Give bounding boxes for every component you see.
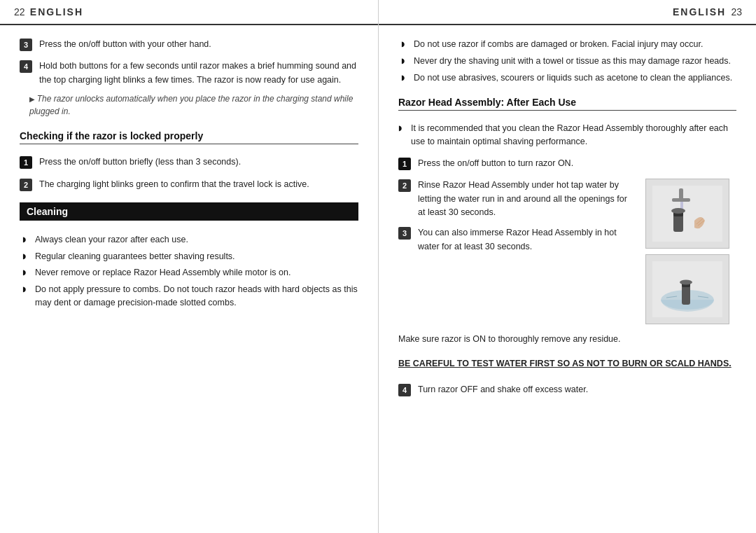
right-content-cols: 2 Rinse Razor Head Assembly under hot ta…	[398, 179, 736, 324]
rh-step-4-num: 4	[398, 384, 411, 396]
right-page-lang: ENGLISH	[673, 6, 726, 18]
top-bullet-1-text: Do not use razor if combs are damaged or…	[414, 38, 703, 51]
rh-step-3-num: 3	[398, 227, 411, 240]
step-4-num: 4	[20, 60, 32, 73]
cleaning-header: Cleaning	[20, 202, 358, 221]
left-page: 22 ENGLISH 3 Press the on/off button wit…	[0, 0, 378, 533]
right-page-content: ◗ Do not use razor if combs are damaged …	[379, 25, 756, 533]
rinse-image	[645, 179, 729, 249]
svg-rect-0	[652, 186, 722, 242]
rh-step-1-num: 1	[398, 158, 411, 170]
rh-intro-bullet-text: It is recommended that you clean the Raz…	[411, 122, 736, 148]
svg-point-14	[680, 280, 692, 285]
top-bullet-2-text: Never dry the shaving unit with a towel …	[414, 55, 731, 68]
page-container: 22 ENGLISH 3 Press the on/off button wit…	[0, 0, 756, 533]
step-4: 4 Hold both buttons for a few seconds un…	[20, 60, 358, 87]
svg-rect-2	[672, 198, 690, 202]
rh-step-1: 1 Press the on/off button to turn razor …	[398, 157, 736, 170]
immerse-svg	[652, 261, 722, 317]
check-step-2-num: 2	[20, 179, 32, 191]
top-bullet-1: ◗ Do not use razor if combs are damaged …	[401, 38, 736, 51]
top-bullet-3: ◗ Do not use abrasives, scourers or liqu…	[401, 71, 736, 85]
immerse-image	[645, 254, 729, 324]
left-header: 22 ENGLISH	[0, 0, 378, 25]
rh-intro-bullet-icon: ◗	[398, 124, 405, 132]
rh-step-2-text: Rinse Razor Head Assembly under hot tap …	[418, 179, 636, 219]
right-img-col	[645, 179, 736, 324]
top-bullet-2-icon: ◗	[401, 57, 408, 64]
cleaning-bullet-list: ◗ Always clean your razor after each use…	[20, 233, 358, 310]
cleaning-bullet-1-text: Always clean your razor after each use.	[35, 233, 188, 247]
rinse-svg	[652, 186, 722, 242]
section-razor-head-title: Razor Head Assembly: After Each Use	[398, 97, 736, 111]
left-page-content: 3 Press the on/off button with your othe…	[0, 25, 378, 533]
rh-step-1-text: Press the on/off button to turn razor ON…	[418, 157, 573, 170]
cleaning-bullet-3: ◗ Never remove or replace Razor Head Ass…	[22, 266, 358, 279]
cleaning-bullet-2: ◗ Regular cleaning guarantees better sha…	[22, 250, 358, 263]
rh-step-2: 2 Rinse Razor Head Assembly under hot ta…	[398, 179, 636, 219]
bullet-1-icon: ◗	[22, 235, 29, 243]
check-step-1-text: Press the on/off button briefly (less th…	[39, 155, 241, 169]
check-step-2-text: The charging light blinks green to confi…	[39, 178, 309, 191]
right-text-col: 2 Rinse Razor Head Assembly under hot ta…	[398, 179, 636, 324]
rh-step-3-text: You can also immerse Razor Head Assembly…	[418, 226, 636, 254]
italic-note: The razor unlocks automatically when you…	[20, 92, 358, 118]
left-page-lang: ENGLISH	[30, 6, 83, 18]
warning-text: BE CAREFUL TO TEST WATER FIRST SO AS NOT…	[398, 357, 736, 371]
rh-intro-bullet: ◗ It is recommended that you clean the R…	[398, 122, 736, 148]
rh-step-3: 3 You can also immerse Razor Head Assemb…	[398, 226, 636, 254]
cleaning-bullet-3-text: Never remove or replace Razor Head Assem…	[35, 266, 290, 279]
bullet-2-icon: ◗	[22, 252, 29, 260]
bullet-4-icon: ◗	[22, 285, 29, 293]
check-step-1: 1 Press the on/off button briefly (less …	[20, 155, 358, 169]
step-4-text: Hold both buttons for a few seconds unti…	[39, 60, 358, 87]
top-bullet-1-icon: ◗	[401, 40, 408, 48]
cleaning-bullet-4: ◗ Do not apply pressure to combs. Do not…	[22, 283, 358, 310]
section-checking-title: Checking if the razor is locked properly	[20, 130, 358, 144]
step-3-num: 3	[20, 39, 32, 51]
right-header: ENGLISH 23	[379, 0, 756, 25]
top-bullet-2: ◗ Never dry the shaving unit with a towe…	[401, 55, 736, 68]
left-page-number: 22	[14, 6, 25, 18]
cleaning-bullet-4-text: Do not apply pressure to combs. Do not t…	[35, 283, 358, 310]
right-page: ENGLISH 23 ◗ Do not use razor if combs a…	[378, 0, 756, 533]
rh-step-4-text: Turn razor OFF and shake off excess wate…	[418, 383, 588, 396]
check-step-1-num: 1	[20, 156, 32, 169]
step-3: 3 Press the on/off button with your othe…	[20, 38, 358, 51]
right-page-number: 23	[731, 6, 742, 18]
bullet-3-icon: ◗	[22, 268, 29, 276]
rh-step-2-num: 2	[398, 179, 411, 192]
top-bullet-list: ◗ Do not use razor if combs are damaged …	[398, 38, 736, 84]
svg-point-7	[671, 208, 685, 214]
check-step-2: 2 The charging light blinks green to con…	[20, 178, 358, 191]
cleaning-bullet-2-text: Regular cleaning guarantees better shavi…	[35, 250, 235, 263]
step-3-text: Press the on/off button with your other …	[39, 38, 211, 51]
cleaning-bullet-1: ◗ Always clean your razor after each use…	[22, 233, 358, 247]
top-bullet-3-text: Do not use abrasives, scourers or liquid…	[414, 71, 732, 85]
top-bullet-3-icon: ◗	[401, 74, 408, 81]
rh-step-4: 4 Turn razor OFF and shake off excess wa…	[398, 383, 736, 396]
note-make-sure: Make sure razor is ON to thoroughly remo…	[398, 333, 736, 346]
